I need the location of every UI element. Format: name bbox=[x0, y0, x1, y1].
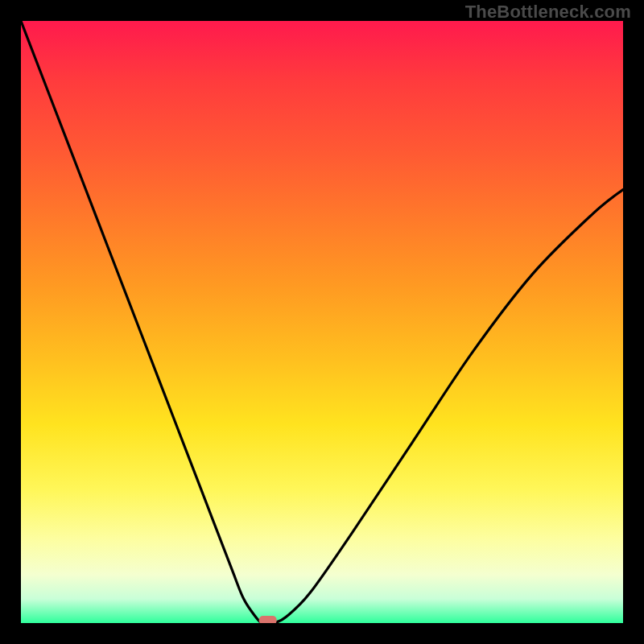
minimum-marker bbox=[259, 616, 277, 623]
plot-area bbox=[21, 21, 623, 623]
curve-path bbox=[21, 21, 623, 623]
watermark-text: TheBottleneck.com bbox=[465, 2, 631, 23]
chart-frame: TheBottleneck.com bbox=[0, 0, 644, 644]
bottleneck-curve bbox=[21, 21, 623, 623]
